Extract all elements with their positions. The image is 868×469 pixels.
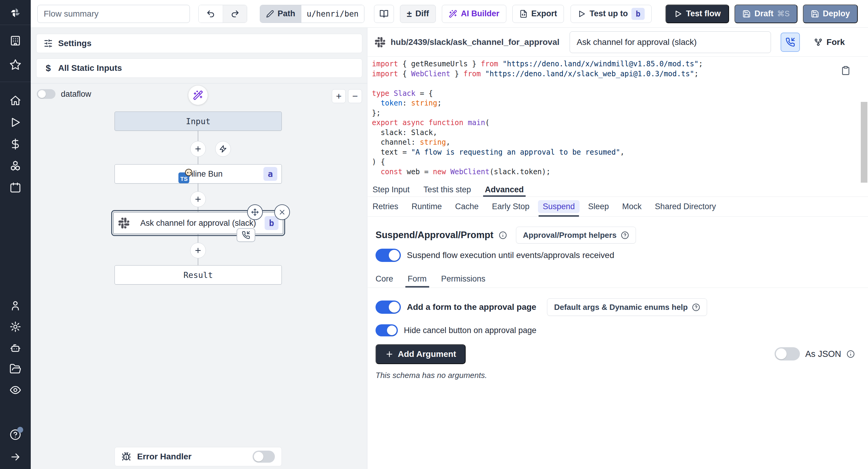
trigger-button[interactable] [215, 141, 231, 157]
info-icon[interactable] [846, 350, 855, 358]
hub-script-path[interactable]: hub/2439/slack/ask_channel_for_approval [375, 37, 559, 47]
draft-button[interactable]: Draft ⌘S [735, 4, 798, 23]
fork-button[interactable]: Fork [814, 37, 845, 47]
approval-helpers-button[interactable]: Approval/Prompt helpers [516, 227, 636, 244]
subtab-suspend[interactable]: Suspend [543, 197, 575, 216]
hide-cancel-toggle[interactable] [375, 324, 398, 336]
step-name-input[interactable] [569, 31, 771, 53]
docs-button[interactable] [374, 5, 394, 23]
slack-icon [119, 218, 129, 228]
save-icon [742, 10, 751, 18]
folders-icon[interactable] [9, 362, 22, 376]
insert-step-button[interactable] [190, 141, 206, 157]
users-icon[interactable] [9, 299, 22, 312]
undo-button[interactable] [198, 5, 223, 23]
flow-graph-panel: Settings $ All Static Inputs dataflow + … [31, 28, 367, 469]
info-icon[interactable] [499, 231, 507, 239]
settings-icon[interactable] [9, 320, 22, 333]
wand-icon [449, 10, 457, 18]
left-sidebar [0, 0, 31, 469]
book-open-icon [379, 9, 389, 19]
tab-test-this-step[interactable]: Test this step [424, 183, 471, 196]
editor-scrollbar[interactable] [861, 102, 867, 183]
runs-icon[interactable] [9, 116, 22, 129]
insert-step-button[interactable] [190, 191, 206, 207]
subtab-runtime[interactable]: Runtime [412, 197, 442, 216]
home-icon[interactable] [9, 94, 22, 107]
tab-step-input[interactable]: Step Input [373, 183, 410, 196]
flow-node-input[interactable]: Input [115, 112, 282, 131]
suspend-heading-row: Suspend/Approval/Prompt Approval/Prompt … [375, 227, 636, 244]
flow-summary-input[interactable] [37, 5, 190, 23]
resources-icon[interactable] [9, 159, 22, 173]
suspend-approval-button[interactable] [781, 33, 800, 52]
plus-minus-icon: ± [407, 9, 412, 19]
subtab-sleep[interactable]: Sleep [588, 197, 609, 216]
move-step-button[interactable] [247, 205, 263, 220]
variables-icon[interactable] [9, 137, 22, 151]
suspend-toggle[interactable] [375, 249, 401, 262]
code-lines: import { getResumeUrls } from "https://d… [368, 57, 868, 177]
edit-path-button[interactable]: Path [260, 5, 301, 23]
workspace-icon[interactable] [9, 34, 22, 47]
help-button[interactable] [9, 428, 22, 441]
schedules-icon[interactable] [9, 181, 22, 194]
as-json-row: As JSON [775, 347, 855, 361]
subtab-mock[interactable]: Mock [622, 197, 642, 216]
step-id-badge: a [264, 167, 277, 181]
flow-node-ask-approval[interactable]: Ask channel for approval (slack) b [113, 212, 283, 234]
delete-step-button[interactable] [274, 205, 290, 220]
tab-core[interactable]: Core [375, 270, 393, 287]
input-node-label: Input [186, 117, 210, 126]
path-value[interactable]: u/henri/ben [301, 5, 364, 23]
test-flow-button[interactable]: Test flow [665, 4, 729, 23]
flow-node-inline-bun[interactable]: TS Inline Bun a [115, 164, 282, 184]
add-form-toggle[interactable] [375, 301, 401, 314]
insert-step-button[interactable] [190, 243, 206, 258]
all-static-inputs-button[interactable]: $ All Static Inputs [36, 59, 362, 78]
suspend-toggle-row: Suspend flow execution until events/appr… [375, 249, 614, 262]
tab-advanced[interactable]: Advanced [485, 183, 524, 196]
subtab-early-stop[interactable]: Early Stop [492, 197, 530, 216]
flow-node-result[interactable]: Result [115, 265, 282, 285]
deploy-button[interactable]: Deploy [803, 4, 858, 23]
diff-label: Diff [415, 9, 429, 19]
tab-form[interactable]: Form [408, 270, 427, 287]
default-args-label: Default args & Dynamic enums help [554, 303, 688, 312]
expand-sidebar-icon[interactable] [9, 450, 22, 464]
audit-logs-icon[interactable] [9, 383, 22, 397]
settings-label: Settings [58, 39, 91, 48]
add-argument-button[interactable]: Add Argument [375, 344, 466, 364]
dataflow-toggle[interactable] [37, 89, 56, 99]
as-json-toggle[interactable] [775, 347, 800, 361]
windmill-logo[interactable] [9, 6, 22, 19]
workers-icon[interactable] [9, 341, 22, 354]
code-editor[interactable]: import { getResumeUrls } from "https://d… [368, 57, 868, 183]
divider [31, 83, 367, 84]
diff-button[interactable]: ± Diff [400, 5, 436, 23]
test-up-to-button[interactable]: Test up to b [570, 5, 652, 23]
zoom-out-button[interactable]: − [348, 89, 362, 103]
default-args-help-button[interactable]: Default args & Dynamic enums help [547, 299, 707, 316]
subtab-shared-directory[interactable]: Shared Directory [655, 197, 716, 216]
export-button[interactable]: Export [513, 5, 564, 23]
hide-cancel-row: Hide cancel button on approval page [375, 324, 536, 336]
favorites-icon[interactable] [9, 58, 22, 71]
suspend-heading: Suspend/Approval/Prompt [375, 230, 493, 241]
tab-permissions[interactable]: Permissions [441, 270, 486, 287]
error-handler-toggle[interactable] [253, 450, 275, 463]
all-static-inputs-label: All Static Inputs [58, 63, 122, 73]
sliders-icon [44, 39, 53, 48]
flow-settings-button[interactable]: Settings [36, 34, 362, 53]
typescript-bun-icon: TS [179, 170, 191, 183]
ai-builder-button[interactable]: AI Builder [442, 5, 506, 23]
subtab-retries[interactable]: Retries [373, 197, 398, 216]
error-handler-row[interactable]: Error Handler [115, 447, 282, 466]
test-up-to-label: Test up to [590, 9, 628, 19]
zoom-in-button[interactable]: + [332, 89, 346, 103]
sidebar-divider [0, 82, 31, 82]
subtab-cache[interactable]: Cache [455, 197, 478, 216]
redo-button[interactable] [223, 5, 247, 23]
copy-code-button[interactable] [841, 66, 850, 75]
ai-flow-button[interactable] [188, 86, 208, 105]
